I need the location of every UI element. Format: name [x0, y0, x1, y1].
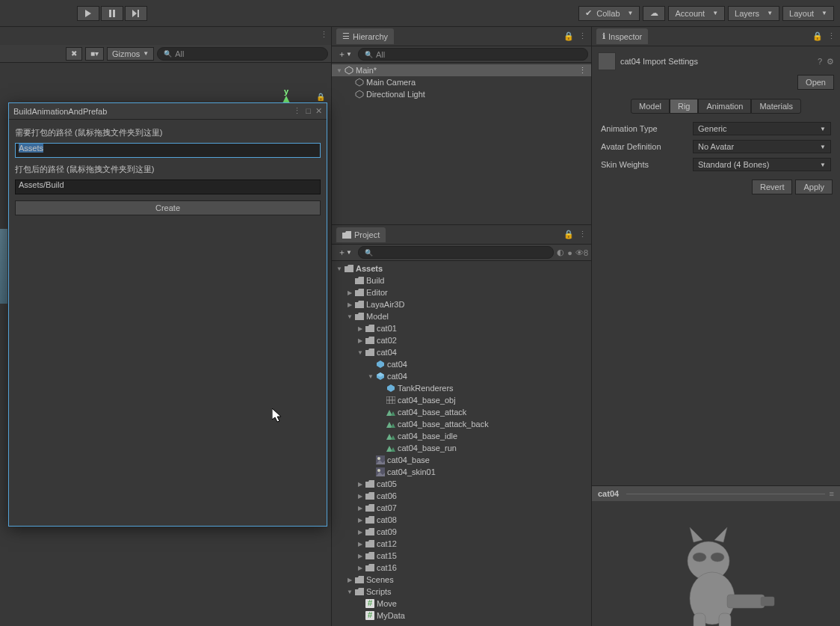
project-item[interactable]: ▶Editor [332, 286, 591, 298]
project-item[interactable]: Build [332, 274, 591, 286]
project-item[interactable]: ▶LayaAir3D [332, 298, 591, 310]
skin-weights-dropdown[interactable]: Standard (4 Bones) ▼ [693, 158, 831, 171]
expand-arrow[interactable]: ▶ [356, 565, 365, 571]
project-item[interactable]: cat04 [332, 358, 591, 370]
project-tree[interactable]: ▼ Assets Build▶Editor▶LayaAir3D▼Model▶ca… [332, 261, 591, 625]
expand-arrow[interactable]: ▶ [356, 541, 365, 547]
project-item[interactable]: ▼cat04 [332, 370, 591, 382]
expand-arrow[interactable]: ▶ [356, 553, 365, 559]
project-item[interactable]: ▶Scenes [332, 574, 591, 586]
expand-arrow[interactable]: ▼ [366, 373, 375, 380]
expand-arrow[interactable]: ▼ [356, 349, 365, 356]
help-icon[interactable]: ? [818, 57, 822, 67]
expand-arrow[interactable]: ▶ [356, 337, 365, 344]
build-animation-dialog[interactable]: BuildAnimationAndPrefab ⋮ □ ✕ 需要打包的路径 (鼠… [8, 102, 327, 527]
expand-arrow[interactable]: ▼ [335, 67, 344, 74]
scene-menu-button[interactable]: ⋮ [578, 66, 587, 76]
preset-icon[interactable]: ⚙ [827, 57, 834, 67]
preview-menu-button[interactable]: ≡ [830, 489, 834, 498]
expand-arrow[interactable]: ▼ [345, 313, 354, 320]
panel-menu-button[interactable]: ⋮ [320, 30, 328, 40]
expand-arrow[interactable]: ▶ [345, 577, 354, 583]
open-button[interactable]: Open [797, 75, 834, 90]
project-item[interactable]: ▼Scripts [332, 586, 591, 598]
project-item[interactable]: ▶cat15 [332, 550, 591, 562]
expand-arrow[interactable]: ▶ [356, 529, 365, 536]
panel-menu-button[interactable]: ⋮ [578, 31, 587, 41]
project-item[interactable]: ▶cat07 [332, 502, 591, 514]
scene-tool-button[interactable]: ✖ [66, 47, 82, 61]
project-item[interactable]: cat04_base_run [332, 442, 591, 454]
project-item[interactable]: ▶cat09 [332, 526, 591, 538]
source-path-input[interactable]: Assets [15, 143, 321, 158]
tab-model[interactable]: Model [631, 99, 670, 114]
hierarchy-tree[interactable]: ▼ Main* ⋮ Main CameraDirectional Light [332, 63, 591, 224]
project-item[interactable]: cat04_base_attack_back [332, 418, 591, 430]
tab-materials[interactable]: Materials [751, 99, 801, 114]
hierarchy-item[interactable]: Directional Light [332, 88, 591, 100]
scene-row[interactable]: ▼ Main* ⋮ [332, 64, 591, 76]
hierarchy-item[interactable]: Main Camera [332, 76, 591, 88]
project-item[interactable]: #MyData [332, 610, 591, 622]
lock-icon[interactable]: 🔒 [563, 230, 574, 239]
hierarchy-search[interactable]: 🔍 All [358, 48, 588, 61]
create-button[interactable]: Create [15, 200, 321, 215]
project-item[interactable]: ▶cat06 [332, 490, 591, 502]
project-item[interactable]: cat04_base_attack [332, 406, 591, 418]
expand-arrow[interactable]: ▼ [335, 266, 344, 272]
hidden-toggle[interactable]: 👁8 [575, 248, 588, 257]
project-item[interactable]: cat04_skin01 [332, 466, 591, 478]
project-item[interactable]: ▼Model [332, 310, 591, 322]
expand-arrow[interactable]: ▶ [356, 481, 365, 488]
filter-label-button[interactable]: ● [567, 248, 572, 257]
project-item[interactable]: TankRenderers [332, 382, 591, 394]
expand-arrow[interactable]: ▶ [356, 493, 365, 500]
dialog-titlebar[interactable]: BuildAnimationAndPrefab ⋮ □ ✕ [9, 103, 327, 120]
project-item[interactable]: ▶cat12 [332, 538, 591, 550]
hierarchy-tab[interactable]: ☰ Hierarchy [336, 28, 394, 44]
step-button[interactable] [125, 6, 147, 21]
layout-dropdown[interactable]: Layout ▼ [782, 6, 834, 21]
project-item[interactable]: ▶cat01 [332, 322, 591, 334]
project-item[interactable]: ▶cat08 [332, 514, 591, 526]
scene-search[interactable]: 🔍 All [157, 47, 328, 61]
account-dropdown[interactable]: Account ▼ [668, 6, 725, 21]
project-item[interactable]: ▼cat04 [332, 346, 591, 358]
play-button[interactable] [77, 6, 99, 21]
tab-rig[interactable]: Rig [670, 99, 699, 114]
gizmos-dropdown[interactable]: Gizmos ▼ [107, 47, 154, 61]
animation-type-dropdown[interactable]: Generic ▼ [693, 122, 831, 135]
project-item[interactable]: #Move [332, 598, 591, 610]
preview-viewport[interactable] [592, 501, 840, 626]
project-item[interactable]: ▶cat05 [332, 478, 591, 490]
revert-button[interactable]: Revert [752, 179, 792, 194]
cloud-button[interactable]: ☁ [643, 6, 665, 21]
project-item[interactable]: cat04_base_idle [332, 430, 591, 442]
maximize-button[interactable]: □ [306, 106, 311, 116]
output-path-input[interactable]: Assets/Build [15, 179, 321, 194]
expand-arrow[interactable]: ▶ [356, 325, 365, 332]
lock-icon[interactable]: 🔒 [563, 31, 574, 41]
project-item[interactable]: cat04_base [332, 454, 591, 466]
close-button[interactable]: ✕ [315, 106, 322, 116]
panel-menu-button[interactable]: ⋮ [578, 230, 587, 239]
pause-button[interactable] [101, 6, 123, 21]
project-item[interactable]: ▶cat16 [332, 562, 591, 574]
expand-arrow[interactable]: ▶ [345, 301, 354, 308]
filter-type-button[interactable]: ◐ [557, 248, 564, 257]
layers-dropdown[interactable]: Layers ▼ [728, 6, 779, 21]
inspector-tab[interactable]: ℹ Inspector [596, 28, 648, 44]
expand-arrow[interactable]: ▼ [345, 589, 354, 595]
expand-arrow[interactable]: ▶ [356, 505, 365, 512]
expand-arrow[interactable]: ▶ [345, 289, 354, 296]
project-root[interactable]: ▼ Assets [332, 263, 591, 274]
avatar-definition-dropdown[interactable]: No Avatar ▼ [693, 140, 831, 153]
lock-icon[interactable]: 🔒 [316, 93, 325, 101]
expand-arrow[interactable]: ▶ [356, 517, 365, 524]
apply-button[interactable]: Apply [795, 179, 833, 194]
collab-dropdown[interactable]: ✔ Collab ▼ [578, 6, 640, 21]
panel-menu-button[interactable]: ⋮ [827, 31, 836, 41]
create-dropdown[interactable]: ＋▼ [335, 47, 355, 61]
scene-camera-dropdown[interactable]: ■▾ [85, 47, 104, 61]
project-item[interactable]: cat04_base_obj [332, 394, 591, 406]
